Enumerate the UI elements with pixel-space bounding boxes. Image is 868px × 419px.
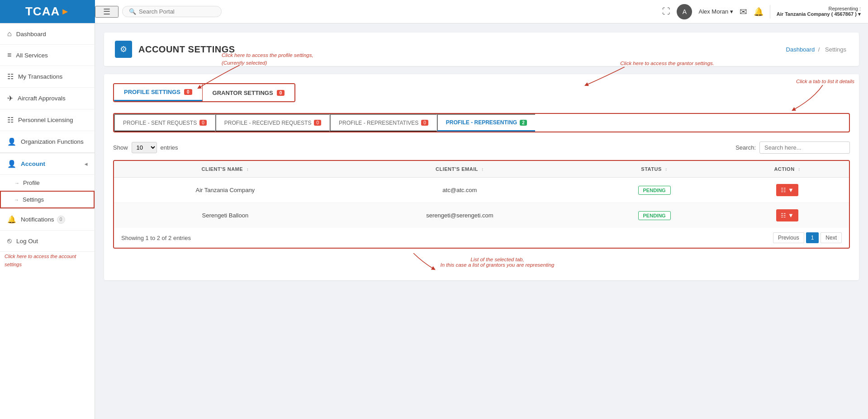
entries-select[interactable]: 102550100	[132, 142, 157, 153]
search-icon: 🔍	[129, 8, 136, 15]
tabs-row2: PROFILE - SENT REQUESTS 0 PROFILE - RECE…	[113, 113, 850, 132]
cell-action[interactable]: ☷ ▼	[726, 203, 849, 228]
list-icon: ≡	[7, 51, 11, 59]
fullscreen-icon[interactable]: ⛶	[662, 7, 670, 16]
cell-action[interactable]: ☷ ▼	[726, 178, 849, 203]
tab-profile-representing-badge: 2	[520, 120, 527, 126]
nav-right: ⛶ A Alex Moran ▾ ✉ 🔔 Representing : Air …	[662, 4, 868, 19]
sidebar-sub-item-profile[interactable]: → Profile	[0, 175, 95, 191]
show-entries: Show 102550100 entries	[113, 142, 178, 153]
table-search-input[interactable]	[759, 141, 850, 154]
tab-grantor-settings-label: GRANTOR SETTINGS	[213, 89, 273, 96]
sidebar-item-dashboard[interactable]: ⌂ Dashboard	[0, 24, 95, 45]
topnav: TCAA ► ☰ 🔍 ⛶ A Alex Moran ▾ ✉ 🔔 Represen…	[0, 0, 868, 24]
breadcrumb-home[interactable]: Dashboard	[786, 46, 815, 53]
sidebar-label-org-functions: Organization Functions	[21, 138, 84, 145]
search-control: Search:	[735, 141, 850, 154]
notification-count: 0	[57, 216, 65, 224]
pagination-buttons: Previous 1 Next	[773, 232, 842, 243]
tab-profile-representatives[interactable]: PROFILE - REPRESENTATIVES 0	[330, 114, 437, 132]
action-button[interactable]: ☷ ▼	[776, 209, 798, 221]
status-badge: PENDING	[638, 211, 671, 220]
sort-icon-email[interactable]: ↕	[481, 167, 484, 172]
table-footer-text: Showing 1 to 2 of 2 entries	[121, 235, 191, 241]
sidebar-item-all-services[interactable]: ≡ All Services	[0, 45, 95, 66]
sidebar-item-personnel-licensing[interactable]: ☷ Personnel Licensing	[0, 109, 95, 131]
logo-text: TCAA	[25, 5, 60, 19]
arrow-right-icon: →	[14, 180, 19, 186]
sidebar-label-my-transactions: My Transactions	[18, 73, 62, 80]
tab-profile-received[interactable]: PROFILE - RECEIVED REQUESTS 0	[215, 114, 330, 132]
user-name[interactable]: Alex Moran ▾	[698, 8, 733, 15]
action-button[interactable]: ☷ ▼	[776, 184, 798, 196]
transactions-icon: ☷	[7, 72, 14, 81]
table-row: Serengeti Balloon serengeti@serengeti.co…	[114, 203, 849, 228]
sidebar-label-aircraft-approvals: Aircraft Approvals	[18, 95, 66, 102]
breadcrumb: Dashboard / Settings	[786, 46, 848, 53]
mail-icon[interactable]: ✉	[740, 6, 747, 17]
sidebar-label-dashboard: Dashboard	[16, 31, 46, 38]
entries-label: entries	[161, 144, 178, 151]
bell-icon[interactable]: 🔔	[754, 7, 764, 17]
sidebar-item-aircraft-approvals[interactable]: ✈ Aircraft Approvals	[0, 88, 95, 109]
cell-client-name: Serengeti Balloon	[114, 203, 337, 228]
tab-profile-representing[interactable]: PROFILE - REPRESENTING 2	[437, 114, 535, 132]
col-client-email: CLIENT'S EMAIL ↕	[337, 161, 583, 178]
bottom-arrow-icon	[409, 253, 436, 271]
status-badge: PENDING	[638, 186, 671, 195]
sidebar-item-logout[interactable]: ⎋ Log Out	[0, 231, 95, 252]
sidebar-label-all-services: All Services	[16, 52, 48, 59]
page-title: ACCOUNT SETTINGS	[138, 44, 235, 55]
prev-button[interactable]: Previous	[773, 232, 804, 243]
table-row: Air Tanzania Company atc@atc.com PENDING…	[114, 178, 849, 203]
tab-profile-settings[interactable]: PROFILE SETTINGS 0	[114, 84, 202, 101]
logo-arrow: ►	[61, 6, 70, 17]
tab-grantor-settings[interactable]: GRANTOR SETTINGS 0	[203, 84, 295, 101]
data-table: CLIENT'S NAME ↕ CLIENT'S EMAIL ↕ STATUS …	[114, 161, 849, 228]
cell-client-email: atc@atc.com	[337, 178, 583, 203]
col-action: ACTION ↕	[726, 161, 849, 178]
show-label: Show	[113, 144, 128, 151]
sidebar-item-organization-functions[interactable]: 👤 Organization Functions	[0, 131, 95, 153]
hamburger-button[interactable]: ☰	[95, 6, 119, 18]
tab-profile-received-badge: 0	[314, 120, 321, 126]
sidebar-sub-item-settings[interactable]: → Settings	[0, 191, 95, 208]
next-button[interactable]: Next	[821, 232, 842, 243]
logo-area: TCAA ►	[0, 0, 95, 23]
avatar[interactable]: A	[677, 4, 692, 19]
hamburger-icon: ☰	[103, 7, 110, 16]
sidebar-label-personnel-licensing: Personnel Licensing	[18, 117, 73, 123]
sidebar-label-account: Account	[21, 160, 45, 167]
sidebar-item-account[interactable]: 👤 Account ◂	[0, 153, 95, 175]
table-controls: Show 102550100 entries Search:	[113, 141, 850, 154]
tab-grantor-settings-badge: 0	[277, 90, 285, 96]
search-input[interactable]	[139, 8, 215, 15]
tab-profile-representing-label: PROFILE - REPRESENTING	[446, 119, 517, 126]
personnel-icon: ☷	[7, 116, 14, 124]
sort-icon-action[interactable]: ↕	[798, 167, 801, 172]
col-status: STATUS ↕	[583, 161, 726, 178]
pagination-row: Showing 1 to 2 of 2 entries Previous 1 N…	[114, 228, 849, 248]
cell-status: PENDING	[583, 178, 726, 203]
page-1-button[interactable]: 1	[806, 232, 819, 243]
page-header: ⚙ ACCOUNT SETTINGS Dashboard / Settings	[104, 33, 859, 66]
tab-profile-sent[interactable]: PROFILE - SENT REQUESTS 0	[114, 114, 215, 132]
representing: Representing : Air Tanzania Company ( 45…	[777, 6, 861, 17]
logout-icon: ⎋	[7, 237, 12, 245]
cell-status: PENDING	[583, 203, 726, 228]
sort-icon-status[interactable]: ↕	[665, 167, 668, 172]
sidebar-item-notifications[interactable]: 🔔 Notifications 0	[0, 209, 95, 231]
header-icon: ⚙	[115, 41, 132, 58]
cell-client-name: Air Tanzania Company	[114, 178, 337, 203]
aircraft-icon: ✈	[7, 94, 13, 103]
tab-profile-settings-badge: 0	[184, 89, 192, 95]
sort-icon-name[interactable]: ↕	[247, 167, 249, 172]
arrow-right-icon-settings: →	[14, 197, 19, 202]
breadcrumb-current: Settings	[825, 46, 846, 53]
bell-sidebar-icon: 🔔	[7, 215, 16, 224]
sidebar-item-my-transactions[interactable]: ☷ My Transactions	[0, 66, 95, 88]
tab-profile-settings-label: PROFILE SETTINGS	[124, 89, 180, 95]
sidebar-label-logout: Log Out	[16, 238, 38, 245]
tab-profile-received-label: PROFILE - RECEIVED REQUESTS	[224, 120, 312, 126]
account-annotation: Click here to access the account setting…	[5, 254, 76, 267]
